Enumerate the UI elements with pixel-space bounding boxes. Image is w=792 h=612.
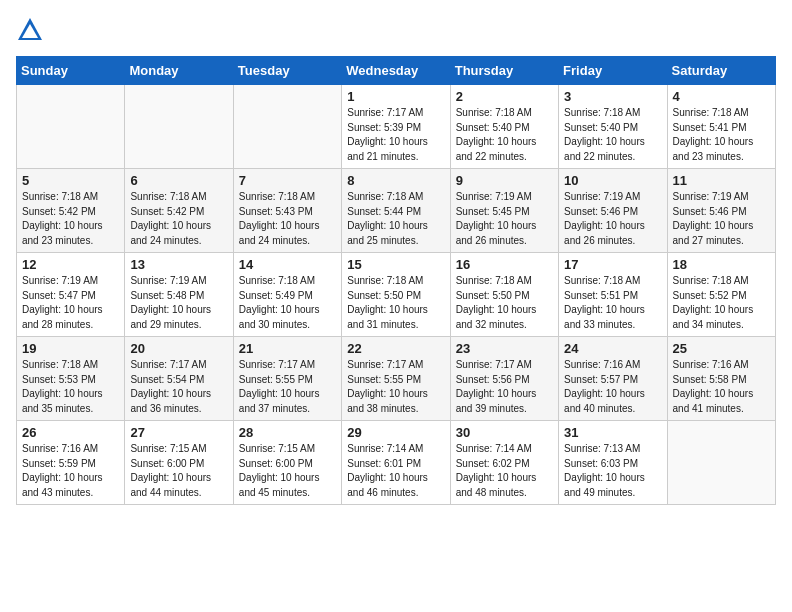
calendar-cell: 25Sunrise: 7:16 AM Sunset: 5:58 PM Dayli… [667, 337, 775, 421]
calendar-cell: 13Sunrise: 7:19 AM Sunset: 5:48 PM Dayli… [125, 253, 233, 337]
calendar-cell: 10Sunrise: 7:19 AM Sunset: 5:46 PM Dayli… [559, 169, 667, 253]
day-info: Sunrise: 7:16 AM Sunset: 5:57 PM Dayligh… [564, 358, 661, 416]
day-number: 9 [456, 173, 553, 188]
calendar-cell: 30Sunrise: 7:14 AM Sunset: 6:02 PM Dayli… [450, 421, 558, 505]
calendar-cell [125, 85, 233, 169]
day-number: 21 [239, 341, 336, 356]
day-info: Sunrise: 7:18 AM Sunset: 5:40 PM Dayligh… [564, 106, 661, 164]
calendar-cell: 18Sunrise: 7:18 AM Sunset: 5:52 PM Dayli… [667, 253, 775, 337]
day-number: 4 [673, 89, 770, 104]
calendar-week-3: 12Sunrise: 7:19 AM Sunset: 5:47 PM Dayli… [17, 253, 776, 337]
day-number: 3 [564, 89, 661, 104]
calendar-cell: 27Sunrise: 7:15 AM Sunset: 6:00 PM Dayli… [125, 421, 233, 505]
day-info: Sunrise: 7:17 AM Sunset: 5:55 PM Dayligh… [347, 358, 444, 416]
day-number: 30 [456, 425, 553, 440]
day-info: Sunrise: 7:18 AM Sunset: 5:43 PM Dayligh… [239, 190, 336, 248]
calendar-cell: 9Sunrise: 7:19 AM Sunset: 5:45 PM Daylig… [450, 169, 558, 253]
day-number: 26 [22, 425, 119, 440]
calendar-table: SundayMondayTuesdayWednesdayThursdayFrid… [16, 56, 776, 505]
calendar-cell: 31Sunrise: 7:13 AM Sunset: 6:03 PM Dayli… [559, 421, 667, 505]
day-number: 23 [456, 341, 553, 356]
day-info: Sunrise: 7:19 AM Sunset: 5:46 PM Dayligh… [564, 190, 661, 248]
logo-icon [16, 16, 44, 44]
day-info: Sunrise: 7:17 AM Sunset: 5:56 PM Dayligh… [456, 358, 553, 416]
day-info: Sunrise: 7:18 AM Sunset: 5:53 PM Dayligh… [22, 358, 119, 416]
calendar-week-1: 1Sunrise: 7:17 AM Sunset: 5:39 PM Daylig… [17, 85, 776, 169]
calendar-cell: 7Sunrise: 7:18 AM Sunset: 5:43 PM Daylig… [233, 169, 341, 253]
calendar-cell: 12Sunrise: 7:19 AM Sunset: 5:47 PM Dayli… [17, 253, 125, 337]
day-number: 29 [347, 425, 444, 440]
calendar-week-2: 5Sunrise: 7:18 AM Sunset: 5:42 PM Daylig… [17, 169, 776, 253]
day-info: Sunrise: 7:15 AM Sunset: 6:00 PM Dayligh… [130, 442, 227, 500]
day-number: 27 [130, 425, 227, 440]
day-info: Sunrise: 7:17 AM Sunset: 5:55 PM Dayligh… [239, 358, 336, 416]
day-number: 13 [130, 257, 227, 272]
calendar-week-4: 19Sunrise: 7:18 AM Sunset: 5:53 PM Dayli… [17, 337, 776, 421]
calendar-cell: 23Sunrise: 7:17 AM Sunset: 5:56 PM Dayli… [450, 337, 558, 421]
day-info: Sunrise: 7:19 AM Sunset: 5:47 PM Dayligh… [22, 274, 119, 332]
day-number: 1 [347, 89, 444, 104]
day-info: Sunrise: 7:16 AM Sunset: 5:58 PM Dayligh… [673, 358, 770, 416]
day-header-friday: Friday [559, 57, 667, 85]
day-number: 12 [22, 257, 119, 272]
calendar-cell: 17Sunrise: 7:18 AM Sunset: 5:51 PM Dayli… [559, 253, 667, 337]
day-number: 15 [347, 257, 444, 272]
day-info: Sunrise: 7:16 AM Sunset: 5:59 PM Dayligh… [22, 442, 119, 500]
day-number: 14 [239, 257, 336, 272]
day-info: Sunrise: 7:19 AM Sunset: 5:46 PM Dayligh… [673, 190, 770, 248]
day-number: 2 [456, 89, 553, 104]
calendar-header-row: SundayMondayTuesdayWednesdayThursdayFrid… [17, 57, 776, 85]
calendar-cell: 24Sunrise: 7:16 AM Sunset: 5:57 PM Dayli… [559, 337, 667, 421]
day-header-sunday: Sunday [17, 57, 125, 85]
day-number: 17 [564, 257, 661, 272]
calendar-cell: 22Sunrise: 7:17 AM Sunset: 5:55 PM Dayli… [342, 337, 450, 421]
day-info: Sunrise: 7:17 AM Sunset: 5:39 PM Dayligh… [347, 106, 444, 164]
calendar-cell: 26Sunrise: 7:16 AM Sunset: 5:59 PM Dayli… [17, 421, 125, 505]
day-number: 6 [130, 173, 227, 188]
day-info: Sunrise: 7:14 AM Sunset: 6:01 PM Dayligh… [347, 442, 444, 500]
day-number: 25 [673, 341, 770, 356]
calendar-cell: 15Sunrise: 7:18 AM Sunset: 5:50 PM Dayli… [342, 253, 450, 337]
day-number: 16 [456, 257, 553, 272]
day-info: Sunrise: 7:18 AM Sunset: 5:50 PM Dayligh… [456, 274, 553, 332]
calendar-cell: 6Sunrise: 7:18 AM Sunset: 5:42 PM Daylig… [125, 169, 233, 253]
day-number: 7 [239, 173, 336, 188]
day-number: 28 [239, 425, 336, 440]
day-info: Sunrise: 7:18 AM Sunset: 5:52 PM Dayligh… [673, 274, 770, 332]
page-header [16, 16, 776, 44]
day-info: Sunrise: 7:19 AM Sunset: 5:45 PM Dayligh… [456, 190, 553, 248]
logo [16, 16, 48, 44]
calendar-cell: 2Sunrise: 7:18 AM Sunset: 5:40 PM Daylig… [450, 85, 558, 169]
day-info: Sunrise: 7:18 AM Sunset: 5:42 PM Dayligh… [22, 190, 119, 248]
day-info: Sunrise: 7:14 AM Sunset: 6:02 PM Dayligh… [456, 442, 553, 500]
calendar-cell [233, 85, 341, 169]
day-info: Sunrise: 7:18 AM Sunset: 5:49 PM Dayligh… [239, 274, 336, 332]
day-info: Sunrise: 7:18 AM Sunset: 5:51 PM Dayligh… [564, 274, 661, 332]
calendar-cell: 4Sunrise: 7:18 AM Sunset: 5:41 PM Daylig… [667, 85, 775, 169]
day-header-monday: Monday [125, 57, 233, 85]
calendar-cell: 8Sunrise: 7:18 AM Sunset: 5:44 PM Daylig… [342, 169, 450, 253]
day-number: 20 [130, 341, 227, 356]
day-info: Sunrise: 7:18 AM Sunset: 5:44 PM Dayligh… [347, 190, 444, 248]
day-header-saturday: Saturday [667, 57, 775, 85]
day-number: 8 [347, 173, 444, 188]
calendar-cell: 16Sunrise: 7:18 AM Sunset: 5:50 PM Dayli… [450, 253, 558, 337]
calendar-cell: 5Sunrise: 7:18 AM Sunset: 5:42 PM Daylig… [17, 169, 125, 253]
day-number: 31 [564, 425, 661, 440]
calendar-cell [17, 85, 125, 169]
calendar-cell: 29Sunrise: 7:14 AM Sunset: 6:01 PM Dayli… [342, 421, 450, 505]
day-header-wednesday: Wednesday [342, 57, 450, 85]
calendar-cell: 19Sunrise: 7:18 AM Sunset: 5:53 PM Dayli… [17, 337, 125, 421]
calendar-cell: 3Sunrise: 7:18 AM Sunset: 5:40 PM Daylig… [559, 85, 667, 169]
day-info: Sunrise: 7:18 AM Sunset: 5:50 PM Dayligh… [347, 274, 444, 332]
day-info: Sunrise: 7:19 AM Sunset: 5:48 PM Dayligh… [130, 274, 227, 332]
calendar-week-5: 26Sunrise: 7:16 AM Sunset: 5:59 PM Dayli… [17, 421, 776, 505]
day-number: 24 [564, 341, 661, 356]
calendar-cell: 28Sunrise: 7:15 AM Sunset: 6:00 PM Dayli… [233, 421, 341, 505]
calendar-cell: 1Sunrise: 7:17 AM Sunset: 5:39 PM Daylig… [342, 85, 450, 169]
day-number: 18 [673, 257, 770, 272]
day-header-tuesday: Tuesday [233, 57, 341, 85]
day-info: Sunrise: 7:17 AM Sunset: 5:54 PM Dayligh… [130, 358, 227, 416]
calendar-cell: 20Sunrise: 7:17 AM Sunset: 5:54 PM Dayli… [125, 337, 233, 421]
calendar-cell [667, 421, 775, 505]
